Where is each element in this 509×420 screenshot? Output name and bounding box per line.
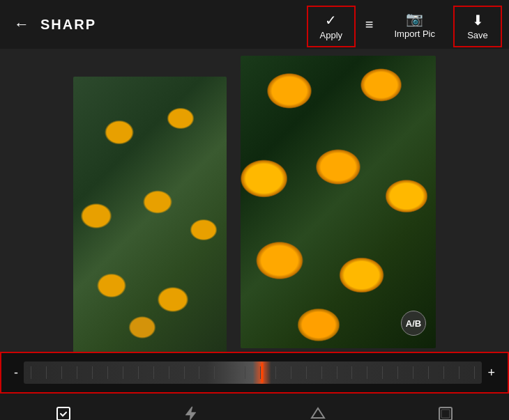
edited-image-container: A/B: [241, 56, 436, 348]
tick: [291, 366, 291, 379]
tool-basic-edit[interactable]: BASIC EDIT: [0, 394, 128, 420]
basic-edit-icon: [55, 405, 72, 420]
sharpness-icon: [310, 405, 326, 420]
page-title: SHARP: [40, 17, 307, 33]
save-icon: ⬇: [472, 12, 484, 29]
back-icon: ←: [14, 15, 29, 33]
tick: [337, 366, 337, 379]
menu-button[interactable]: ≡: [356, 10, 383, 40]
tick: [474, 366, 475, 379]
back-button[interactable]: ←: [7, 8, 36, 40]
save-button[interactable]: ⬇ Save: [453, 6, 502, 47]
tick: [413, 366, 413, 379]
camera-icon: 📷: [406, 10, 423, 27]
tick: [107, 366, 108, 379]
tool-sharpness[interactable]: SHARPNESS: [254, 394, 382, 420]
tick: [61, 366, 62, 379]
sharpness-slider[interactable]: [24, 361, 482, 384]
tick: [443, 366, 444, 379]
tick: [229, 366, 230, 379]
bottom-toolbar: BASIC EDIT LIGHTNING SHARPNESS VIGNETTE: [0, 394, 509, 420]
tick: [382, 366, 383, 379]
tick: [275, 366, 276, 379]
lightning-icon: [183, 405, 199, 420]
check-icon: ✓: [325, 12, 337, 29]
save-label: Save: [467, 30, 488, 40]
header-actions: ✓ Apply ≡ 📷 Import Pic ⬇ Save: [307, 0, 502, 49]
slider-ticks: [24, 361, 482, 384]
import-button[interactable]: 📷 Import Pic: [383, 0, 446, 49]
ab-badge[interactable]: A/B: [401, 311, 426, 336]
tick: [459, 366, 459, 379]
original-image-container: [73, 77, 227, 355]
tick: [214, 366, 215, 379]
apply-button[interactable]: ✓ Apply: [307, 6, 356, 47]
tool-vignette[interactable]: VIGNETTE: [382, 394, 510, 420]
tick: [367, 366, 367, 379]
tick: [153, 366, 154, 379]
slider-plus-button[interactable]: +: [482, 366, 501, 380]
import-label: Import Pic: [394, 29, 435, 39]
tick: [245, 366, 245, 379]
tick: [199, 366, 199, 379]
tick: [31, 366, 31, 379]
tick: [184, 366, 185, 379]
tick: [397, 366, 398, 379]
tick: [46, 366, 47, 379]
tool-lightning[interactable]: LIGHTNING: [128, 394, 255, 420]
apply-label: Apply: [320, 30, 343, 40]
tick: [123, 366, 123, 379]
svg-rect-2: [441, 410, 450, 418]
tick: [306, 366, 307, 379]
slider-handle[interactable]: [261, 363, 263, 382]
tick: [169, 366, 169, 379]
edited-image: [241, 56, 436, 348]
tick: [321, 366, 322, 379]
tick: [351, 366, 352, 379]
slider-area: -: [0, 352, 509, 394]
tick: [428, 366, 429, 379]
svg-rect-0: [57, 407, 70, 420]
tick: [92, 366, 93, 379]
tick: [77, 366, 77, 379]
header: ← SHARP ✓ Apply ≡ 📷 Import Pic ⬇ Save: [0, 0, 509, 49]
vignette-icon: [437, 405, 454, 420]
slider-minus-button[interactable]: -: [8, 366, 24, 380]
main-content: A/B: [0, 49, 509, 352]
original-image: [73, 77, 227, 355]
menu-icon: ≡: [365, 17, 374, 33]
tick: [138, 366, 139, 379]
